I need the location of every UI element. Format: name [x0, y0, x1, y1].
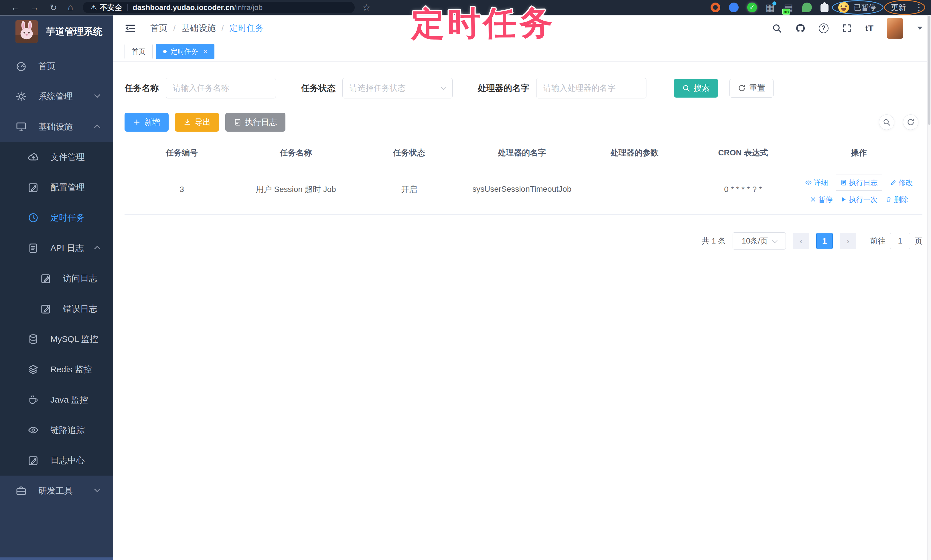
action-pause-link[interactable]: 暂停 — [809, 195, 833, 204]
action-label: 执行一次 — [849, 195, 878, 204]
bookmark-star-icon[interactable]: ☆ — [362, 2, 370, 13]
action-run-once-link[interactable]: 执行一次 — [840, 195, 878, 204]
sidebar-item-trace[interactable]: 链路追踪 — [0, 415, 113, 445]
sidebar-collapse-icon[interactable] — [124, 22, 137, 35]
font-size-icon[interactable]: tT — [865, 23, 874, 33]
avatar-dropdown-caret-icon[interactable] — [917, 27, 922, 30]
tab-close-icon[interactable]: × — [203, 48, 207, 55]
gear-icon — [15, 91, 27, 102]
sidebar-logo-row[interactable]: 芋道管理系统 — [0, 15, 113, 48]
extension-leaf-icon[interactable] — [802, 3, 812, 12]
sidebar-item-home[interactable]: 首页 — [0, 51, 113, 81]
chevron-down-icon — [441, 85, 446, 90]
browser-home-icon[interactable]: ⌂ — [68, 3, 73, 12]
action-detail-link[interactable]: 详细 — [805, 178, 828, 188]
refresh-table-button[interactable] — [903, 114, 919, 130]
column-header: 操作 — [795, 148, 922, 158]
extension-list-icon[interactable]: ▤on — [784, 3, 794, 12]
search-button[interactable]: 搜索 — [674, 79, 718, 98]
scrollbar-thumb[interactable] — [928, 16, 930, 125]
execution-log-button[interactable]: 执行日志 — [225, 113, 285, 132]
sidebar-item-scheduled-tasks[interactable]: 定时任务 — [0, 203, 113, 233]
sidebar-item-infrastructure[interactable]: 基础设施 — [0, 112, 113, 142]
search-icon — [682, 84, 690, 92]
task-status-select[interactable]: 请选择任务状态 — [342, 78, 453, 98]
log-doc-icon — [234, 118, 242, 126]
extension-emoji-avatar[interactable] — [838, 2, 849, 13]
sidebar-item-label: 访问日志 — [63, 273, 97, 285]
address-bar[interactable]: ⚠ 不安全 dashboard.yudao.iocoder.cn /infra/… — [83, 2, 355, 13]
breadcrumb-home[interactable]: 首页 — [150, 22, 168, 34]
pencil-icon — [890, 179, 897, 186]
not-secure-warning-icon: ⚠ — [90, 3, 97, 12]
action-execution-log-link[interactable]: 执行日志 — [835, 175, 882, 191]
task-name-input[interactable] — [166, 78, 276, 98]
sidebar-item-access-logs[interactable]: 访问日志 — [0, 263, 113, 294]
fullscreen-icon[interactable] — [842, 23, 852, 34]
help-icon[interactable]: ? — [819, 23, 829, 33]
toggle-search-button[interactable] — [879, 114, 894, 130]
sidebar-item-redis-monitor[interactable]: Redis 监控 — [0, 354, 113, 385]
breadcrumb-separator: / — [221, 23, 224, 33]
tab-home[interactable]: 首页 — [125, 44, 153, 59]
log-doc-icon — [28, 242, 39, 254]
browser-forward-icon[interactable]: → — [30, 3, 39, 12]
browser-update-button[interactable]: 更新 — [891, 3, 906, 12]
extension-blue-icon[interactable] — [729, 3, 738, 12]
sidebar-item-label: 定时任务 — [50, 212, 85, 224]
page-unit-label: 页 — [915, 236, 922, 246]
extension-orange-icon[interactable] — [711, 3, 720, 12]
action-edit-link[interactable]: 修改 — [890, 178, 913, 188]
extension-grid-icon[interactable]: ▦ — [766, 3, 775, 12]
reset-button[interactable]: 重置 — [729, 79, 774, 98]
window-scrollbar[interactable] — [927, 15, 931, 560]
sidebar-item-config-management[interactable]: 配置管理 — [0, 172, 113, 203]
refresh-icon — [738, 84, 746, 92]
security-label: 不安全 — [100, 3, 122, 12]
sidebar-item-label: 系统管理 — [39, 91, 73, 102]
user-avatar[interactable] — [887, 18, 903, 38]
sidebar-item-mysql-monitor[interactable]: MySQL 监控 — [0, 324, 113, 354]
sidebar-item-error-logs[interactable]: 错误日志 — [0, 294, 113, 324]
sidebar-item-dev-tools[interactable]: 研发工具 — [0, 475, 113, 506]
handler-name-input[interactable] — [536, 78, 646, 98]
edit-square-icon — [40, 273, 51, 284]
chevron-up-icon — [94, 125, 100, 131]
sidebar-item-label: 错误日志 — [63, 303, 97, 315]
browser-menu-icon[interactable]: ⋮ — [914, 2, 923, 13]
breadcrumb: 首页 / 基础设施 / 定时任务 — [150, 22, 264, 34]
chevron-down-icon — [94, 486, 100, 492]
extension-green-check-icon[interactable]: ✓ — [747, 3, 757, 12]
sidebar-item-file-management[interactable]: 文件管理 — [0, 142, 113, 172]
handler-name-label: 处理器的名字 — [478, 82, 529, 94]
extensions-puzzle-icon[interactable] — [820, 4, 829, 12]
sidebar-item-log-center[interactable]: 日志中心 — [0, 445, 113, 475]
database-icon — [28, 333, 39, 345]
github-icon[interactable] — [795, 23, 806, 34]
sidebar-item-api-logs[interactable]: API 日志 — [0, 233, 113, 263]
goto-page-input[interactable] — [890, 233, 910, 249]
export-button[interactable]: 导出 — [175, 113, 219, 132]
page-size-value: 10条/页 — [742, 236, 768, 246]
page-size-select[interactable]: 10条/页 — [732, 232, 786, 249]
tab-scheduled-tasks[interactable]: 定时任务 × — [156, 44, 214, 59]
action-delete-link[interactable]: 删除 — [885, 195, 908, 204]
cell-job-id: 3 — [125, 185, 239, 194]
add-button[interactable]: 新增 — [125, 113, 169, 132]
sidebar-item-system-management[interactable]: 系统管理 — [0, 81, 113, 112]
search-icon[interactable] — [772, 23, 782, 34]
sidebar-item-label: MySQL 监控 — [50, 333, 98, 345]
sidebar-item-java-monitor[interactable]: Java 监控 — [0, 385, 113, 415]
column-header: CRON 表达式 — [691, 148, 795, 158]
current-page-button[interactable]: 1 — [816, 233, 833, 249]
next-page-button[interactable]: › — [840, 233, 856, 249]
action-label: 详细 — [814, 178, 828, 188]
browser-back-icon[interactable]: ← — [11, 3, 20, 12]
browser-refresh-icon[interactable]: ↻ — [50, 3, 57, 12]
sidebar-item-label: 日志中心 — [50, 455, 85, 466]
prev-page-button[interactable]: ‹ — [793, 233, 809, 249]
chevron-down-icon — [772, 238, 778, 243]
breadcrumb-infrastructure[interactable]: 基础设施 — [181, 22, 216, 34]
cell-cron-expression: 0 * * * * ? * — [691, 185, 795, 194]
column-header: 任务名称 — [239, 148, 353, 158]
